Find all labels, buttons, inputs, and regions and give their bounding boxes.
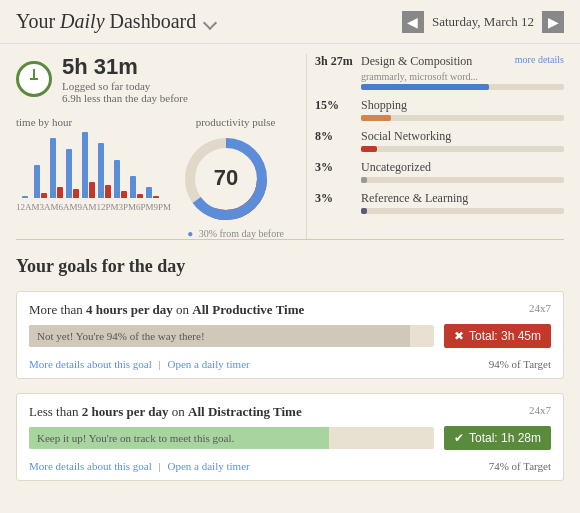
dropdown-arrow-icon[interactable] (203, 16, 217, 30)
goal-header: Less than 2 hours per day on All Distrac… (17, 394, 563, 426)
goal-progress-bar-bg: Keep it up! You're on track to meet this… (29, 427, 434, 449)
bar-group (50, 138, 63, 199)
category-time: 8% (315, 129, 355, 144)
category-bar-bg (361, 146, 564, 152)
link-separator: | (156, 358, 164, 370)
bar-group (98, 143, 111, 198)
category-bar-fill (361, 208, 367, 214)
bar-group (66, 149, 79, 199)
time-chart (16, 128, 171, 198)
goal-timer-link[interactable]: Open a daily timer (168, 460, 250, 472)
category-name: Shopping (361, 98, 407, 113)
bar-distracting (57, 187, 63, 198)
category-sub: grammarly, microsoft word... (361, 71, 564, 82)
category-bar-bg (361, 115, 564, 121)
goal-schedule: 24x7 (529, 302, 551, 314)
time-by-hour: time by hour 12AM 3AM 6AM 9AM 12PM 3PM 6… (16, 116, 171, 239)
bar-distracting (89, 182, 95, 199)
time-info: 5h 31m Logged so far today 6.9h less tha… (62, 54, 188, 104)
bar-distracting (137, 194, 143, 198)
category-name: Reference & Learning (361, 191, 468, 206)
time-axis: 12AM 3AM 6AM 9AM 12PM 3PM 6PM 9PM (16, 202, 171, 212)
gauge-note: ● 30% from day before (181, 228, 290, 239)
more-details-link[interactable]: more details (515, 54, 564, 65)
clock-icon (16, 61, 52, 97)
bar-group (114, 160, 127, 199)
goal-header: More than 4 hours per day on All Product… (17, 292, 563, 324)
title-daily: Daily (60, 10, 104, 32)
goal-total-button-distracting[interactable]: ✔ Total: 1h 28m (444, 426, 551, 450)
category-time: 3% (315, 191, 355, 206)
goal-footer: More details about this goal | Open a da… (17, 456, 563, 480)
category-header: 15%Shopping (315, 98, 564, 113)
goal-progress-bar-bg: Not yet! You're 94% of the way there! (29, 325, 434, 347)
category-item: 8%Social Networking (315, 129, 564, 152)
bar-productive (50, 138, 56, 199)
category-bar-fill (361, 146, 377, 152)
category-bar-bg (361, 177, 564, 183)
productivity-pulse: productivity pulse 70 ● 30% from day bef… (181, 116, 290, 239)
category-header: 3h 27mDesign & Composition (315, 54, 515, 69)
bar-group (34, 165, 47, 198)
title-your: Your (16, 10, 60, 32)
goal-total-button-productive[interactable]: ✖ Total: 3h 45m (444, 324, 551, 348)
category-header: 3%Reference & Learning (315, 191, 564, 206)
goal-card: Less than 2 hours per day on All Distrac… (16, 393, 564, 481)
bar-distracting (105, 185, 111, 198)
bar-productive (98, 143, 104, 198)
goal-progress-row: Not yet! You're 94% of the way there!✖ T… (17, 324, 563, 354)
category-header: 8%Social Networking (315, 129, 564, 144)
goal-details-link[interactable]: More details about this goal (29, 358, 152, 370)
logged-label: Logged so far today (62, 80, 188, 92)
sub-text: 6.9h less than the day before (62, 92, 188, 104)
gauge-svg: 70 (181, 134, 271, 224)
gauge-dot: ● (187, 228, 193, 239)
category-time: 3h 27m (315, 54, 355, 69)
goal-card: More than 4 hours per day on All Product… (16, 291, 564, 379)
goal-percent: 74% of Target (489, 460, 551, 472)
date-navigation: ◀ Saturday, March 12 ▶ (402, 11, 564, 33)
prev-date-button[interactable]: ◀ (402, 11, 424, 33)
goal-details-link[interactable]: More details about this goal (29, 460, 152, 472)
gauge-container: 70 (181, 134, 271, 224)
date-label: Saturday, March 12 (432, 14, 534, 30)
bar-productive (130, 176, 136, 198)
category-bar-fill (361, 84, 489, 90)
category-bar-fill (361, 177, 367, 183)
bar-distracting (121, 191, 127, 198)
top-section: 5h 31m Logged so far today 6.9h less tha… (0, 44, 580, 239)
bar-distracting (153, 196, 159, 198)
category-name: Social Networking (361, 129, 451, 144)
goal-schedule: 24x7 (529, 404, 551, 416)
gauge-note-text: 30% from day before (199, 228, 284, 239)
goals-title: Your goals for the day (16, 256, 564, 277)
bar-distracting (73, 189, 79, 198)
goal-progress-fill: Not yet! You're 94% of the way there! (29, 325, 410, 347)
goals-section: Your goals for the day More than 4 hours… (0, 240, 580, 511)
header: Your Daily Dashboard ◀ Saturday, March 1… (0, 0, 580, 44)
category-time: 15% (315, 98, 355, 113)
bar-group (130, 176, 143, 198)
goal-progress-row: Keep it up! You're on track to meet this… (17, 426, 563, 456)
category-bar-bg (361, 84, 564, 90)
bar-group (146, 187, 159, 198)
category-item: 3%Reference & Learning (315, 191, 564, 214)
category-name: Uncategorized (361, 160, 431, 175)
goal-footer-links: More details about this goal | Open a da… (29, 358, 250, 370)
svg-text:70: 70 (214, 165, 238, 190)
category-bar-fill (361, 115, 391, 121)
bar-productive (114, 160, 120, 199)
bar-productive (66, 149, 72, 199)
left-panel: 5h 31m Logged so far today 6.9h less tha… (16, 54, 306, 239)
right-panel: more details 3h 27mDesign & Compositiong… (306, 54, 564, 239)
next-date-button[interactable]: ▶ (542, 11, 564, 33)
bar-productive (146, 187, 152, 198)
goal-progress-fill: Keep it up! You're on track to meet this… (29, 427, 329, 449)
category-item: 3%Uncategorized (315, 160, 564, 183)
bar-distracting (41, 193, 47, 199)
goal-timer-link[interactable]: Open a daily timer (168, 358, 250, 370)
bar-group (22, 196, 28, 198)
header-title: Your Daily Dashboard (16, 10, 215, 33)
title-dashboard: Dashboard (105, 10, 197, 32)
bar-productive (82, 132, 88, 198)
